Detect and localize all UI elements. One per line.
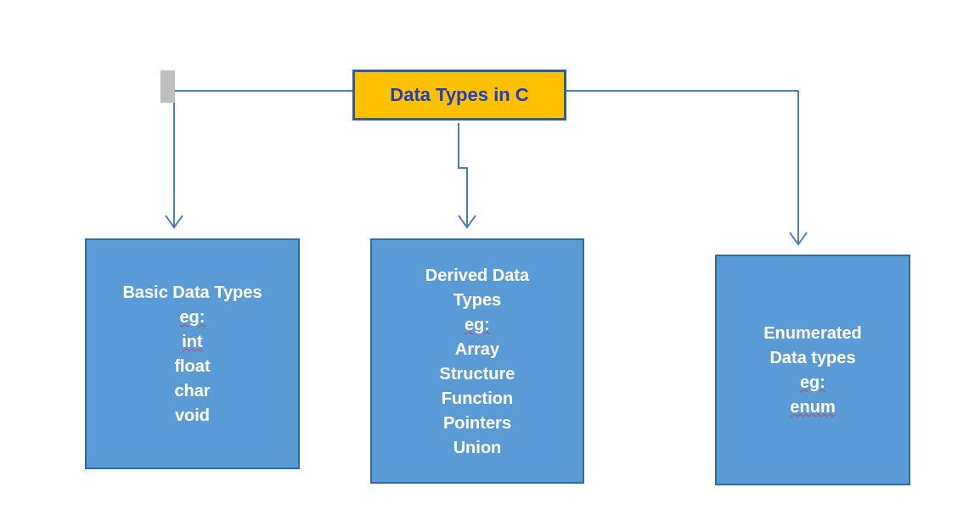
basic-title: Basic Data Types [122,280,262,305]
enum-title: Enumerated [763,321,862,345]
basic-item: char [174,378,210,403]
root-title: Data Types in C [390,84,528,106]
basic-data-types-box: Basic Data Types eg: int float char void [85,238,300,469]
derived-item: Union [453,435,502,460]
derived-eg-label: eg: [465,312,490,337]
derived-item: Structure [440,361,515,386]
enum-item: enum [790,395,835,419]
enum-title2: Data types [769,345,855,370]
basic-item: float [174,354,210,378]
derived-item: Function [442,386,513,411]
derived-item: Array [455,337,499,361]
enumerated-data-types-box: Enumerated Data types eg: enum [715,255,910,485]
basic-item: int [182,329,202,354]
root-node: Data Types in C [352,70,566,120]
grey-handle [161,70,175,103]
derived-data-types-box: Derived Data Types eg: Array Structure F… [370,238,584,484]
derived-item: Pointers [443,411,511,435]
derived-title: Derived Data [425,263,529,288]
basic-eg-label: eg: [180,305,206,329]
enum-eg-label: eg: [800,370,825,395]
derived-title2: Types [453,288,501,312]
basic-item: void [175,403,210,428]
